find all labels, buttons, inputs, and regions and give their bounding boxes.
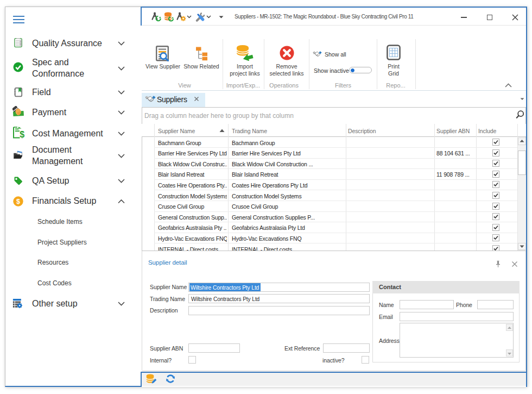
svg-text:$: $	[20, 130, 24, 139]
svg-text:$: $	[16, 198, 20, 205]
